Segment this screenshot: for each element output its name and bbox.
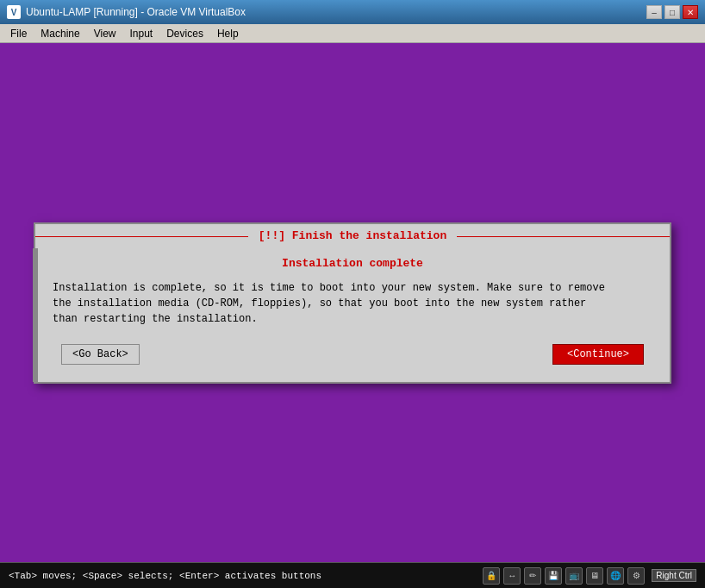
dialog: [!!] Finish the installation Installatio… — [34, 222, 671, 384]
taskbar-icon-8[interactable]: ⚙ — [627, 567, 645, 585]
menu-devices[interactable]: Devices — [159, 26, 210, 41]
menu-input[interactable]: Input — [123, 26, 160, 41]
taskbar-icon-1[interactable]: 🔒 — [483, 567, 500, 585]
close-button[interactable]: ✕ — [683, 5, 698, 19]
vm-screen: [!!] Finish the installation Installatio… — [0, 43, 705, 562]
continue-button[interactable]: <Continue> — [552, 344, 644, 365]
go-back-button[interactable]: <Go Back> — [61, 344, 140, 365]
dialog-left-border — [33, 248, 38, 382]
menu-file[interactable]: File — [3, 26, 34, 41]
dialog-buttons: <Go Back> <Continue> — [53, 344, 652, 365]
taskbar-icon-4[interactable]: 💾 — [545, 567, 562, 585]
taskbar-icon-5[interactable]: 📺 — [565, 567, 583, 585]
taskbar-icon-2[interactable]: ↔ — [503, 567, 521, 585]
title-text: Ubuntu-LAMP [Running] - Oracle VM Virtua… — [26, 6, 246, 18]
installation-complete-title: Installation complete — [53, 257, 652, 270]
taskbar-icon-3[interactable]: ✏ — [524, 567, 541, 585]
app-icon: V — [7, 5, 21, 19]
installation-message: Installation is complete, so it is time … — [53, 280, 652, 327]
dialog-content: Installation complete Installation is co… — [35, 248, 670, 382]
menu-help[interactable]: Help — [210, 26, 246, 41]
menu-view[interactable]: View — [87, 26, 123, 41]
dialog-title-bar: [!!] Finish the installation — [35, 224, 670, 248]
restore-button[interactable]: □ — [664, 5, 680, 19]
dialog-title-text: [!!] Finish the installation — [248, 229, 457, 242]
taskbar-icon-7[interactable]: 🌐 — [607, 567, 624, 585]
status-text: <Tab> moves; <Space> selects; <Enter> ac… — [9, 571, 483, 581]
title-bar-buttons: – □ ✕ — [646, 5, 698, 19]
menu-bar: File Machine View Input Devices Help — [0, 24, 705, 43]
minimize-button[interactable]: – — [646, 5, 662, 19]
title-bar: V Ubuntu-LAMP [Running] - Oracle VM Virt… — [0, 0, 705, 24]
taskbar-icons: 🔒 ↔ ✏ 💾 📺 🖥 🌐 ⚙ Right Ctrl — [483, 567, 696, 585]
taskbar-icon-6[interactable]: 🖥 — [586, 567, 603, 585]
status-bar: <Tab> moves; <Space> selects; <Enter> ac… — [0, 562, 705, 588]
title-bar-left: V Ubuntu-LAMP [Running] - Oracle VM Virt… — [7, 5, 246, 19]
right-ctrl-label: Right Ctrl — [652, 569, 696, 582]
menu-machine[interactable]: Machine — [34, 26, 86, 41]
